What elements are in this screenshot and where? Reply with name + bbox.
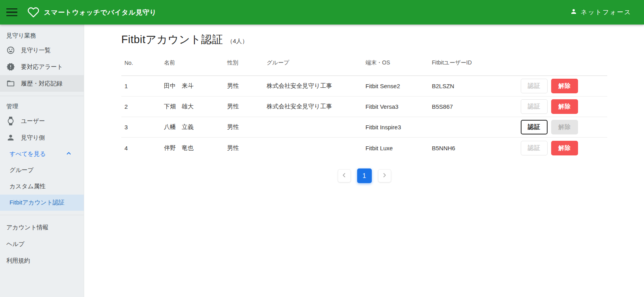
sidebar-item-see-all[interactable]: すべてを見る [0, 146, 84, 162]
table-header-row: No. 名前 性別 グループ 端末・OS FitbitユーザーID [121, 50, 607, 76]
smiley-icon [6, 46, 15, 55]
table-row: 1 田中 来斗 男性 株式会社安全見守り工事 Fitbit Sense2 B2L… [121, 76, 607, 96]
sidebar-item-label: カスタム属性 [9, 183, 45, 190]
sidebar-item-alerts[interactable]: 要対応アラート [0, 59, 84, 75]
sidebar-item-history[interactable]: 履歴・対応記録 [0, 75, 84, 92]
cell-group: 株式会社安全見守り工事 [267, 103, 365, 110]
cell-gender: 男性 [227, 123, 267, 131]
auth-button[interactable]: 認証 [521, 120, 548, 134]
cell-no: 2 [124, 103, 164, 110]
sidebar-item-label: ヘルプ [6, 240, 24, 248]
col-header-fitbit-id: FitbitユーザーID [432, 59, 511, 66]
cell-no: 3 [124, 124, 164, 131]
table-row: 3 八幡 立義 男性 Fitbit Inspire3 認証 解除 [121, 117, 607, 138]
cell-group: 株式会社安全見守り工事 [267, 82, 365, 90]
user-menu[interactable]: ネットフォース [570, 8, 631, 17]
sidebar-section-monitoring: 見守り業務 [0, 29, 84, 42]
cell-device: Fitbit Sense2 [365, 83, 432, 89]
sidebar-item-groups[interactable]: グループ [0, 162, 84, 178]
watch-icon [6, 117, 15, 125]
top-bar: スマートウォッチでバイタル見守り ネットフォース [0, 0, 644, 25]
user-name: ネットフォース [581, 8, 631, 17]
cell-gender: 男性 [227, 82, 267, 90]
page-title: Fitbitアカウント認証 [121, 32, 223, 47]
app-brand: スマートウォッチでバイタル見守り [27, 6, 156, 18]
sidebar: 見守り業務 見守り一覧 要対応アラート 履歴・対応記録 管 [0, 25, 84, 297]
cell-fitbit-id: B5S867 [432, 103, 511, 110]
sidebar-item-label: すべてを見る [9, 150, 46, 158]
folder-icon [6, 79, 15, 88]
sidebar-divider [0, 96, 84, 96]
user-icon [570, 8, 577, 17]
chevron-left-icon [341, 172, 347, 180]
cell-device: Fitbit Inspire3 [365, 124, 432, 131]
sidebar-item-terms[interactable]: 利用規約 [0, 252, 84, 269]
cell-gender: 男性 [227, 103, 267, 110]
cell-name: 田中 来斗 [164, 82, 227, 90]
col-header-name: 名前 [164, 59, 227, 66]
fitbit-auth-table: No. 名前 性別 グループ 端末・OS FitbitユーザーID 1 田中 来… [121, 50, 607, 158]
pagination: 1 [121, 168, 607, 183]
release-button[interactable]: 解除 [551, 99, 578, 114]
sidebar-item-custom-attributes[interactable]: カスタム属性 [0, 178, 84, 195]
col-header-no: No. [124, 60, 164, 66]
alert-badge-icon [6, 62, 15, 71]
cell-name: 伴野 竜也 [164, 144, 227, 152]
sidebar-item-label: 利用規約 [6, 257, 30, 265]
app-window: スマートウォッチでバイタル見守り ネットフォース 見守り業務 見守り一覧 [0, 0, 644, 297]
sidebar-item-users[interactable]: ユーザー [0, 113, 84, 129]
release-button: 解除 [551, 120, 578, 134]
record-count: （4人） [227, 38, 248, 45]
sidebar-item-label: アカウント情報 [6, 224, 49, 231]
auth-button: 認証 [521, 141, 548, 155]
table-row: 2 下畑 雄大 男性 株式会社安全見守り工事 Fitbit Versa3 B5S… [121, 96, 607, 117]
col-header-gender: 性別 [227, 59, 267, 66]
cell-no: 4 [124, 145, 164, 151]
sidebar-section-admin: 管理 [0, 100, 84, 113]
prev-page-button[interactable] [338, 169, 351, 182]
cell-name: 八幡 立義 [164, 123, 227, 131]
heart-icon [27, 6, 40, 18]
sidebar-item-help[interactable]: ヘルプ [0, 236, 84, 252]
cell-device: Fitbit Versa3 [365, 103, 432, 110]
auth-button: 認証 [521, 79, 548, 93]
sidebar-item-watchers[interactable]: 見守り側 [0, 129, 84, 146]
cell-fitbit-id: B5NNH6 [432, 145, 511, 151]
sidebar-item-label: 見守り一覧 [21, 47, 51, 54]
cell-gender: 男性 [227, 144, 267, 152]
person-icon [6, 133, 15, 142]
col-header-device: 端末・OS [365, 59, 432, 66]
sidebar-item-fitbit-auth[interactable]: Fitbitアカウント認証 [0, 195, 84, 211]
hamburger-menu-icon[interactable] [6, 8, 17, 16]
sidebar-divider [0, 215, 84, 215]
sidebar-item-watch-list[interactable]: 見守り一覧 [0, 42, 84, 59]
sidebar-item-label: グループ [9, 166, 34, 174]
sidebar-item-label: Fitbitアカウント認証 [9, 199, 64, 206]
sidebar-item-label: ユーザー [21, 117, 45, 125]
chevron-right-icon [382, 172, 387, 180]
sidebar-item-label: 要対応アラート [21, 63, 63, 71]
cell-fitbit-id: B2LSZN [432, 83, 511, 89]
chevron-up-icon [66, 150, 72, 158]
sidebar-item-label: 履歴・対応記録 [21, 80, 62, 87]
app-title: スマートウォッチでバイタル見守り [44, 8, 156, 17]
release-button[interactable]: 解除 [551, 141, 578, 155]
sidebar-item-label: 見守り側 [21, 134, 45, 142]
auth-button: 認証 [521, 99, 548, 114]
sidebar-item-account-info[interactable]: アカウント情報 [0, 219, 84, 236]
col-header-group: グループ [267, 59, 365, 66]
current-page-button[interactable]: 1 [357, 168, 372, 183]
release-button[interactable]: 解除 [551, 79, 578, 93]
cell-no: 1 [124, 83, 164, 89]
next-page-button[interactable] [378, 169, 391, 182]
table-row: 4 伴野 竜也 男性 Fitbit Luxe B5NNH6 認証 解除 [121, 138, 607, 158]
main-content: Fitbitアカウント認証 （4人） No. 名前 性別 グループ 端末・OS … [84, 25, 644, 297]
cell-name: 下畑 雄大 [164, 103, 227, 110]
cell-device: Fitbit Luxe [365, 145, 432, 151]
